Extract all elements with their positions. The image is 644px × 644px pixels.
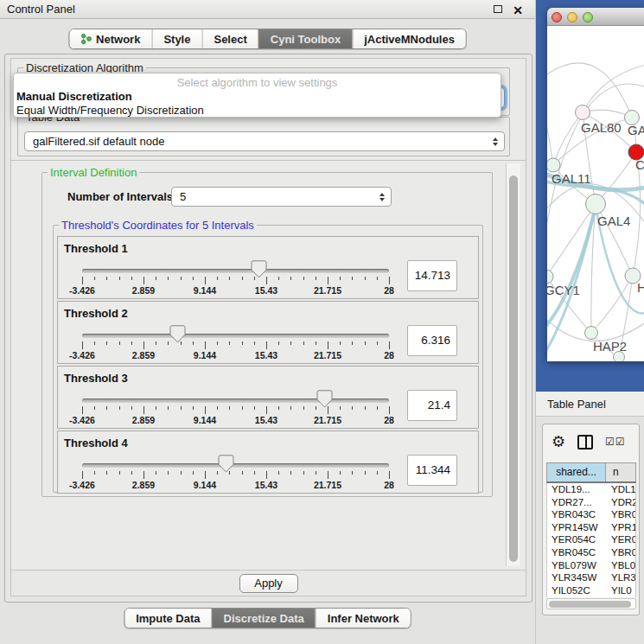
group-title: Interval Definition <box>48 166 139 179</box>
slider-track[interactable] <box>82 463 389 468</box>
slider-thumb[interactable] <box>316 390 333 408</box>
tab-impute-data[interactable]: Impute Data <box>124 609 211 628</box>
threshold-row: Threshold 2 -3.4262.8599.14415.4321.7152… <box>57 301 479 364</box>
float-window-icon[interactable] <box>494 5 502 13</box>
columns-icon[interactable] <box>577 435 593 450</box>
slider-scale-labels: -3.4262.8599.14415.4321.71528 <box>82 350 389 360</box>
tab-infer-network[interactable]: Infer Network <box>316 609 411 628</box>
tick-label: 15.43 <box>255 285 277 296</box>
network-node-label: GAL4 <box>597 214 630 228</box>
tick-label: 2.859 <box>132 415 155 425</box>
network-node-label: GAL11 <box>552 171 591 186</box>
network-edge-thick[interactable] <box>547 206 596 330</box>
threshold-row: Threshold 1 -3.4262.8599.14415.4321.7152… <box>57 236 479 299</box>
combo-stepper-icon <box>493 137 498 146</box>
threshold-label: Threshold 2 <box>64 307 128 320</box>
threshold-value-field[interactable]: 11.344 <box>407 455 457 486</box>
interval-definition-group: Interval Definition Number of Intervals … <box>41 172 493 497</box>
tick-label: 21.715 <box>314 285 341 296</box>
network-node-gcy1[interactable] <box>547 270 553 284</box>
threshold-label: Threshold 4 <box>64 437 128 450</box>
checkbox-icons[interactable]: ☑☑ <box>605 436 626 448</box>
tab-select[interactable]: Select <box>201 29 258 48</box>
table-row[interactable]: YBL079WYBL0 <box>547 559 635 572</box>
close-icon[interactable]: ✕ <box>513 1 523 20</box>
slider-thumb[interactable] <box>251 260 267 278</box>
column-header-shared-name[interactable]: shared... <box>547 463 606 481</box>
tab-network[interactable]: Network <box>69 29 151 48</box>
slider-track[interactable] <box>82 399 389 403</box>
slider-ticks <box>82 341 389 350</box>
combo-stepper-icon <box>379 193 385 201</box>
table-row[interactable]: YDR27...YDR2 <box>547 496 635 509</box>
algorithm-dropdown-popup: Select algorithm to view settings Manual… <box>13 73 501 118</box>
table-row[interactable]: YPR145WYPR1 <box>547 521 635 534</box>
network-edge[interactable] <box>547 109 553 165</box>
number-of-intervals-value: 5 <box>180 190 186 203</box>
network-window-titlebar[interactable] <box>547 8 644 26</box>
network-canvas[interactable]: GAL80GACGAL11GAL4GCY1HHAP2 <box>547 26 644 361</box>
slider-scale-labels: -3.4262.8599.14415.4321.71528 <box>82 415 389 425</box>
gear-icon[interactable]: ⚙ <box>552 432 565 451</box>
slider-track[interactable] <box>82 334 389 338</box>
dropdown-option-equal-width[interactable]: Equal Width/Frequency Discretization <box>14 104 501 118</box>
threshold-value-field[interactable]: 6.316 <box>407 325 457 356</box>
threshold-value-field[interactable]: 14.713 <box>407 260 457 291</box>
table-panel-title: Table Panel <box>547 392 606 417</box>
network-edge[interactable] <box>553 112 583 165</box>
table-row[interactable]: YER054CYER0 <box>547 533 635 546</box>
tick-label: 28 <box>384 480 394 490</box>
right-panel: GAL80GACGAL11GAL4GCY1HHAP2 Table Panel ⚙… <box>536 0 644 644</box>
tab-discretize-data[interactable]: Discretize Data <box>212 609 316 628</box>
dropdown-option-manual[interactable]: Manual Discretization <box>14 90 501 104</box>
network-node-gal80[interactable] <box>576 105 590 120</box>
table-row[interactable]: YLR345WYLR3 <box>547 571 635 584</box>
tick-label: 21.715 <box>314 415 341 425</box>
network-node-gal11[interactable] <box>547 158 560 172</box>
table-row[interactable]: YBR043CYBR0 <box>547 508 635 521</box>
minimize-traffic-light-icon[interactable] <box>567 12 577 22</box>
network-node[interactable] <box>614 352 625 362</box>
slider-track[interactable] <box>82 269 389 273</box>
node-table-card: ⚙ ☑☑ shared... n YDL19...YDL1YDR27...YDR… <box>542 424 640 615</box>
tick-label: -3.426 <box>69 285 95 296</box>
app-root: { "control_panel": { "title": "Control P… <box>0 0 644 644</box>
zoom-traffic-light-icon[interactable] <box>583 12 593 22</box>
threshold-row: Threshold 4 -3.4262.8599.14415.4321.7152… <box>57 430 479 494</box>
network-node-hap2[interactable] <box>585 327 598 340</box>
number-of-intervals-combo[interactable]: 5 <box>171 187 392 207</box>
table-row[interactable]: YIL052CYIL0 <box>547 584 635 597</box>
network-edge[interactable] <box>583 64 644 112</box>
slider-scale-labels: -3.4262.8599.14415.4321.71528 <box>82 285 389 296</box>
table-row[interactable]: YDL19...YDL1 <box>547 483 635 496</box>
tick-label: 2.859 <box>132 285 155 296</box>
network-node-label: C <box>635 157 644 172</box>
close-traffic-light-icon[interactable] <box>552 12 562 22</box>
apply-button[interactable]: Apply <box>239 574 298 593</box>
settings-scroll-area: Interval Definition Number of Intervals … <box>11 160 526 570</box>
tick-label: -3.426 <box>69 480 95 490</box>
network-node-label: GAL80 <box>581 120 622 135</box>
tick-label: 2.859 <box>132 350 155 360</box>
panel-scrollbar[interactable] <box>506 163 520 566</box>
tab-style[interactable]: Style <box>151 29 201 48</box>
group-title: Threshold's Coordinates for 5 Intervals <box>59 219 257 232</box>
control-panel: Control Panel ✕ Network Style Select Cyn… <box>0 0 536 644</box>
network-node-gal4[interactable] <box>586 194 606 214</box>
slider-thumb[interactable] <box>218 455 234 473</box>
table-horizontal-scrollbar[interactable] <box>546 598 636 609</box>
tick-label: 21.715 <box>314 480 341 490</box>
table-row[interactable]: YBR045CYBR0 <box>547 546 635 559</box>
tab-cyni-toolbox[interactable]: Cyni Toolbox <box>258 29 352 48</box>
network-node-label: GA <box>628 123 644 137</box>
slider-thumb[interactable] <box>169 325 186 343</box>
threshold-value-field[interactable]: 21.4 <box>407 390 457 421</box>
tick-label: 2.859 <box>132 480 155 490</box>
bottom-tab-bar: Impute Data Discretize Data Infer Networ… <box>124 608 411 628</box>
column-header-name[interactable]: n <box>606 463 635 481</box>
tick-label: 9.144 <box>194 350 216 360</box>
tab-jactivemnodules[interactable]: jActiveMNodules <box>352 29 466 48</box>
table-rows: YDL19...YDL1YDR27...YDR2YBR043CYBR0YPR14… <box>546 483 636 597</box>
table-data-combo[interactable]: galFiltered.sif default node <box>24 131 505 151</box>
tick-label: 21.715 <box>314 350 341 360</box>
